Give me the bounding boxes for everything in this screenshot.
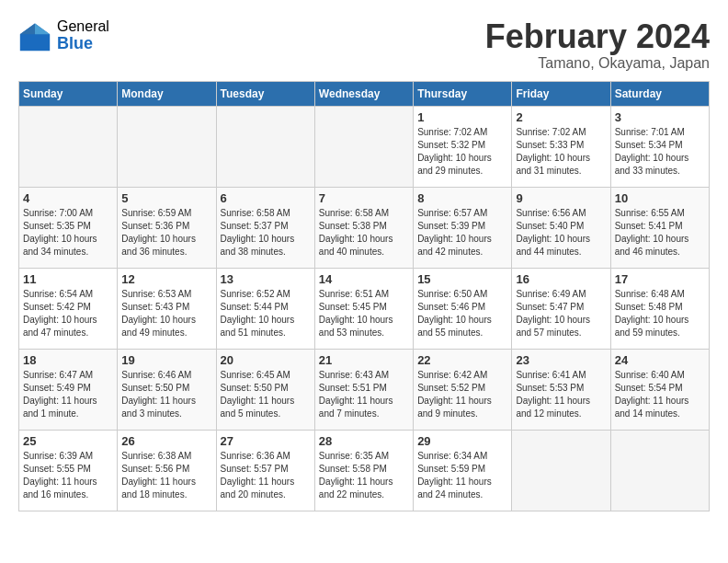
day-number: 5 bbox=[121, 191, 211, 205]
header-friday: Friday bbox=[512, 81, 610, 106]
location-title: Tamano, Okayama, Japan bbox=[485, 55, 710, 72]
calendar-cell: 6Sunrise: 6:58 AM Sunset: 5:37 PM Daylig… bbox=[216, 187, 314, 268]
day-number: 22 bbox=[417, 353, 507, 367]
logo-icon bbox=[18, 19, 51, 52]
calendar-cell bbox=[610, 430, 709, 511]
title-block: February 2024 Tamano, Okayama, Japan bbox=[485, 18, 710, 72]
day-info: Sunrise: 6:42 AM Sunset: 5:52 PM Dayligh… bbox=[417, 369, 507, 420]
calendar-cell: 28Sunrise: 6:35 AM Sunset: 5:58 PM Dayli… bbox=[314, 430, 413, 511]
day-info: Sunrise: 7:02 AM Sunset: 5:33 PM Dayligh… bbox=[516, 126, 606, 178]
day-number: 28 bbox=[319, 434, 409, 448]
day-number: 23 bbox=[516, 353, 606, 367]
day-number: 10 bbox=[615, 191, 705, 205]
day-info: Sunrise: 6:43 AM Sunset: 5:51 PM Dayligh… bbox=[319, 369, 409, 420]
day-info: Sunrise: 6:58 AM Sunset: 5:37 PM Dayligh… bbox=[221, 207, 311, 259]
day-info: Sunrise: 6:45 AM Sunset: 5:50 PM Dayligh… bbox=[221, 369, 311, 420]
header-sunday: Sunday bbox=[19, 81, 118, 106]
calendar-cell: 20Sunrise: 6:45 AM Sunset: 5:50 PM Dayli… bbox=[216, 349, 314, 430]
day-info: Sunrise: 6:58 AM Sunset: 5:38 PM Dayligh… bbox=[319, 207, 409, 259]
calendar-header-row: SundayMondayTuesdayWednesdayThursdayFrid… bbox=[19, 81, 710, 106]
day-info: Sunrise: 6:41 AM Sunset: 5:53 PM Dayligh… bbox=[516, 369, 606, 420]
day-number: 24 bbox=[615, 353, 705, 367]
day-number: 20 bbox=[221, 353, 311, 367]
calendar-cell: 16Sunrise: 6:49 AM Sunset: 5:47 PM Dayli… bbox=[512, 268, 610, 349]
day-number: 29 bbox=[417, 434, 507, 448]
day-number: 2 bbox=[516, 110, 606, 124]
calendar-cell: 27Sunrise: 6:36 AM Sunset: 5:57 PM Dayli… bbox=[216, 430, 314, 511]
day-info: Sunrise: 6:55 AM Sunset: 5:41 PM Dayligh… bbox=[615, 207, 705, 259]
calendar-cell bbox=[314, 106, 413, 187]
day-info: Sunrise: 7:02 AM Sunset: 5:32 PM Dayligh… bbox=[417, 126, 507, 178]
calendar-cell: 7Sunrise: 6:58 AM Sunset: 5:38 PM Daylig… bbox=[314, 187, 413, 268]
calendar-cell: 12Sunrise: 6:53 AM Sunset: 5:43 PM Dayli… bbox=[118, 268, 216, 349]
day-number: 7 bbox=[319, 191, 409, 205]
calendar-cell: 2Sunrise: 7:02 AM Sunset: 5:33 PM Daylig… bbox=[512, 106, 610, 187]
calendar-cell bbox=[118, 106, 216, 187]
calendar-cell: 29Sunrise: 6:34 AM Sunset: 5:59 PM Dayli… bbox=[414, 430, 512, 511]
week-row-0: 1Sunrise: 7:02 AM Sunset: 5:32 PM Daylig… bbox=[19, 106, 710, 187]
day-number: 13 bbox=[221, 272, 311, 286]
day-number: 26 bbox=[121, 434, 211, 448]
calendar-cell: 4Sunrise: 7:00 AM Sunset: 5:35 PM Daylig… bbox=[19, 187, 118, 268]
page-header: GeneralBlue February 2024 Tamano, Okayam… bbox=[18, 18, 710, 72]
day-number: 11 bbox=[23, 272, 113, 286]
day-number: 18 bbox=[23, 353, 113, 367]
day-info: Sunrise: 6:57 AM Sunset: 5:39 PM Dayligh… bbox=[417, 207, 507, 259]
day-info: Sunrise: 7:00 AM Sunset: 5:35 PM Dayligh… bbox=[23, 207, 113, 259]
day-info: Sunrise: 6:50 AM Sunset: 5:46 PM Dayligh… bbox=[417, 288, 507, 339]
week-row-3: 18Sunrise: 6:47 AM Sunset: 5:49 PM Dayli… bbox=[19, 349, 710, 430]
calendar-cell: 23Sunrise: 6:41 AM Sunset: 5:53 PM Dayli… bbox=[512, 349, 610, 430]
calendar-cell: 21Sunrise: 6:43 AM Sunset: 5:51 PM Dayli… bbox=[314, 349, 413, 430]
calendar-cell bbox=[19, 106, 118, 187]
logo: GeneralBlue bbox=[18, 18, 109, 52]
month-title: February 2024 bbox=[485, 18, 710, 55]
calendar-cell: 18Sunrise: 6:47 AM Sunset: 5:49 PM Dayli… bbox=[19, 349, 118, 430]
calendar-cell: 17Sunrise: 6:48 AM Sunset: 5:48 PM Dayli… bbox=[610, 268, 709, 349]
day-info: Sunrise: 6:48 AM Sunset: 5:48 PM Dayligh… bbox=[615, 288, 705, 339]
day-number: 27 bbox=[221, 434, 311, 448]
calendar-cell: 14Sunrise: 6:51 AM Sunset: 5:45 PM Dayli… bbox=[314, 268, 413, 349]
day-info: Sunrise: 6:34 AM Sunset: 5:59 PM Dayligh… bbox=[417, 450, 507, 501]
day-info: Sunrise: 6:59 AM Sunset: 5:36 PM Dayligh… bbox=[121, 207, 211, 259]
calendar-cell: 25Sunrise: 6:39 AM Sunset: 5:55 PM Dayli… bbox=[19, 430, 118, 511]
day-info: Sunrise: 6:35 AM Sunset: 5:58 PM Dayligh… bbox=[319, 450, 409, 501]
calendar-cell: 9Sunrise: 6:56 AM Sunset: 5:40 PM Daylig… bbox=[512, 187, 610, 268]
logo-text: GeneralBlue bbox=[57, 18, 109, 52]
header-saturday: Saturday bbox=[610, 81, 709, 106]
logo-blue: Blue bbox=[57, 35, 109, 53]
day-info: Sunrise: 7:01 AM Sunset: 5:34 PM Dayligh… bbox=[615, 126, 705, 178]
day-info: Sunrise: 6:46 AM Sunset: 5:50 PM Dayligh… bbox=[121, 369, 211, 420]
calendar-cell: 8Sunrise: 6:57 AM Sunset: 5:39 PM Daylig… bbox=[414, 187, 512, 268]
day-info: Sunrise: 6:51 AM Sunset: 5:45 PM Dayligh… bbox=[319, 288, 409, 339]
calendar-cell: 13Sunrise: 6:52 AM Sunset: 5:44 PM Dayli… bbox=[216, 268, 314, 349]
day-info: Sunrise: 6:40 AM Sunset: 5:54 PM Dayligh… bbox=[615, 369, 705, 420]
day-number: 4 bbox=[23, 191, 113, 205]
day-number: 16 bbox=[516, 272, 606, 286]
calendar-cell: 10Sunrise: 6:55 AM Sunset: 5:41 PM Dayli… bbox=[610, 187, 709, 268]
day-number: 15 bbox=[417, 272, 507, 286]
calendar-cell: 19Sunrise: 6:46 AM Sunset: 5:50 PM Dayli… bbox=[118, 349, 216, 430]
day-info: Sunrise: 6:38 AM Sunset: 5:56 PM Dayligh… bbox=[121, 450, 211, 501]
day-info: Sunrise: 6:49 AM Sunset: 5:47 PM Dayligh… bbox=[516, 288, 606, 339]
day-info: Sunrise: 6:53 AM Sunset: 5:43 PM Dayligh… bbox=[121, 288, 211, 339]
calendar-cell: 11Sunrise: 6:54 AM Sunset: 5:42 PM Dayli… bbox=[19, 268, 118, 349]
day-info: Sunrise: 6:54 AM Sunset: 5:42 PM Dayligh… bbox=[23, 288, 113, 339]
week-row-1: 4Sunrise: 7:00 AM Sunset: 5:35 PM Daylig… bbox=[19, 187, 710, 268]
day-number: 14 bbox=[319, 272, 409, 286]
day-number: 1 bbox=[417, 110, 507, 124]
day-number: 12 bbox=[121, 272, 211, 286]
calendar-cell bbox=[512, 430, 610, 511]
calendar-cell: 5Sunrise: 6:59 AM Sunset: 5:36 PM Daylig… bbox=[118, 187, 216, 268]
day-number: 25 bbox=[23, 434, 113, 448]
header-tuesday: Tuesday bbox=[216, 81, 314, 106]
week-row-2: 11Sunrise: 6:54 AM Sunset: 5:42 PM Dayli… bbox=[19, 268, 710, 349]
svg-marker-1 bbox=[35, 23, 50, 34]
day-number: 9 bbox=[516, 191, 606, 205]
day-info: Sunrise: 6:36 AM Sunset: 5:57 PM Dayligh… bbox=[221, 450, 311, 501]
day-number: 8 bbox=[417, 191, 507, 205]
day-info: Sunrise: 6:56 AM Sunset: 5:40 PM Dayligh… bbox=[516, 207, 606, 259]
day-number: 17 bbox=[615, 272, 705, 286]
day-info: Sunrise: 6:52 AM Sunset: 5:44 PM Dayligh… bbox=[221, 288, 311, 339]
logo-general: General bbox=[57, 18, 109, 35]
day-number: 21 bbox=[319, 353, 409, 367]
